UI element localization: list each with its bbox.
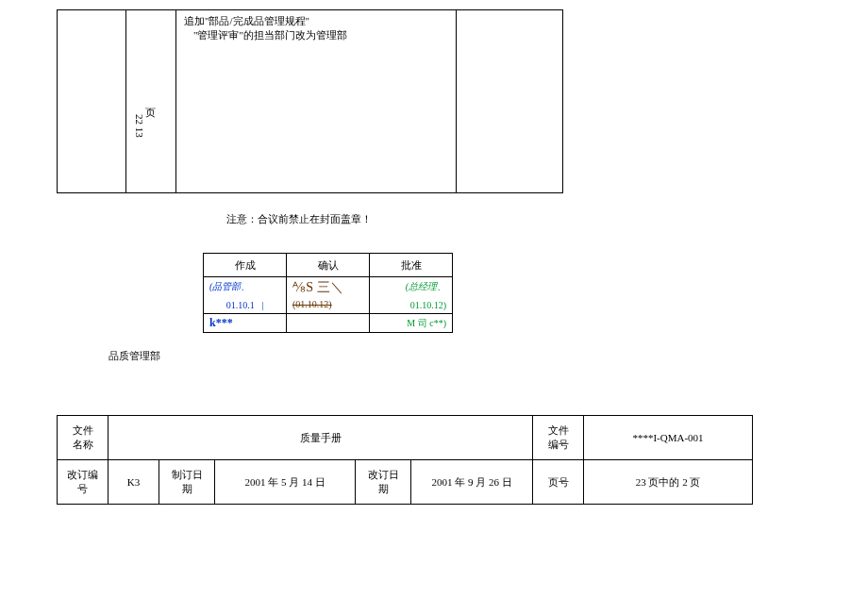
confirm-sign-empty	[287, 314, 370, 333]
document-info-table: 文件 名称 质量手册 文件 编号 ****I-QMA-001 改订编 号 K3 …	[57, 415, 753, 505]
approve-date: 01.10.12)	[370, 297, 453, 314]
doc-no-value: ****I-QMA-001	[584, 416, 753, 460]
confirm-signature: ᴬ⁄₈S 三＼ (01.10.12)	[287, 277, 370, 314]
create-dept: (品管部、	[204, 277, 287, 297]
rev-date-value: 2001 年 9 月 26 日	[411, 460, 533, 505]
create-date-label: 制订日 期	[159, 460, 215, 505]
notice-text: 注意：合议前禁止在封面盖章！	[226, 212, 372, 226]
page-no-value: 23 页中的 2 页	[584, 460, 753, 505]
confirm-date: (01.10.12)	[292, 299, 332, 309]
rev-date-label: 改订日 期	[356, 460, 411, 505]
doc-no-label: 文件 编号	[533, 416, 584, 460]
create-date-value: 2001 年 5 月 14 日	[215, 460, 356, 505]
approval-header-create: 作成	[204, 254, 287, 277]
page-ref-cell: 22 13 页	[126, 10, 176, 193]
approval-header-confirm: 确认	[287, 254, 370, 277]
revision-content-table: 22 13 页 追加"部品/完成品管理规程" "管理评审"的担当部门改为管理部	[57, 9, 563, 193]
quality-dept-label: 品质管理部	[108, 349, 160, 363]
revision-content-cell: 追加"部品/完成品管理规程" "管理评审"的担当部门改为管理部	[176, 10, 457, 193]
approve-sign: M 司 c**)	[370, 314, 453, 333]
empty-cell-1	[58, 10, 126, 193]
approval-signature-table: 作成 确认 批准 (品管部、 ᴬ⁄₈S 三＼ (01.10.12) (总经理、 …	[203, 253, 453, 333]
create-date: 01.10.1 |	[204, 297, 287, 314]
empty-cell-2	[457, 10, 563, 193]
doc-name-label: 文件 名称	[58, 416, 108, 460]
page-num-vertical: 22 13	[134, 114, 145, 138]
doc-name-value: 质量手册	[108, 416, 533, 460]
approval-header-approve: 批准	[370, 254, 453, 277]
rev-no-value: K3	[108, 460, 159, 505]
rev-no-label: 改订编 号	[58, 460, 108, 505]
revision-line-1: 追加"部品/完成品管理规程"	[184, 14, 448, 28]
approve-dept: (总经理、	[370, 277, 453, 297]
create-sign: k***	[204, 314, 287, 333]
revision-line-2: "管理评审"的担当部门改为管理部	[184, 28, 448, 42]
page-no-label: 页号	[533, 460, 584, 505]
